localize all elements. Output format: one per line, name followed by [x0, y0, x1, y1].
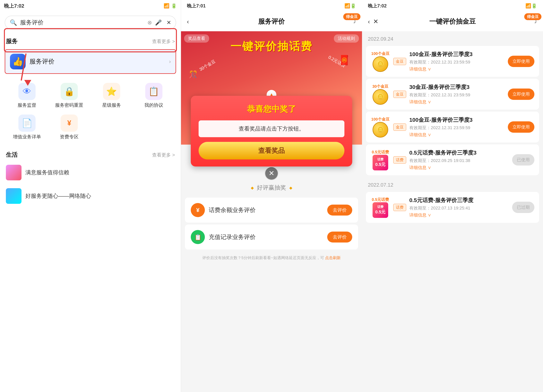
- status-icons-1: 📶 🔋: [164, 3, 177, 9]
- password-icon: 🔒: [61, 83, 78, 100]
- life-item-text-2: 好服务更随心——网络随心: [25, 192, 91, 200]
- life-item-text-1: 满意服务值得信赖: [25, 169, 69, 176]
- service-eval-panel: 晚上7:01 📶🔋 ‹ 服务评价 得金豆 ⤴ 奖品查看 活动规则 一键评价抽话费…: [181, 0, 362, 392]
- service-item-fee[interactable]: ¥ 资费专区: [48, 111, 90, 143]
- prize-qty-3: 100个金豆 🪙: [371, 117, 390, 138]
- prize-name-5: 0.5元话费-服务评价三季度: [409, 196, 509, 204]
- prize-tag-1: 金豆: [393, 58, 406, 65]
- eval-item-1[interactable]: ¥ 话费余额业务评价 去评价: [185, 198, 358, 223]
- service-item-value[interactable]: 📄 增值业务详单: [6, 111, 48, 143]
- confetti-icon: 🎊: [189, 70, 198, 78]
- prize-qty-5: 0.5元话费 话费 0.5元: [371, 197, 390, 218]
- life-item-img-1: [6, 165, 22, 180]
- view-prize-button[interactable]: 查看奖品: [198, 142, 345, 159]
- service-highlight-item[interactable]: 👍 服务评价 ›: [5, 49, 176, 74]
- banner-title: 一键评价抽话费: [181, 39, 362, 54]
- value-label: 增值业务详单: [13, 134, 41, 140]
- wifi-icon-2: 📶🔋: [345, 3, 356, 9]
- status-time-3: 晚上7:02: [368, 3, 387, 9]
- clear-icon[interactable]: ⊗: [147, 19, 152, 26]
- prize-date-1: 2022.09.24: [362, 31, 543, 44]
- prize-detail-2[interactable]: 详细信息 ∨: [409, 99, 505, 105]
- service-item-agreement[interactable]: 📋 我的协议: [133, 80, 175, 111]
- eval-btn-2[interactable]: 去评价: [327, 232, 352, 242]
- prize-qty-text-4: 0.5元话费: [372, 150, 389, 155]
- prize-use-btn-1[interactable]: 立即使用: [508, 56, 534, 67]
- fee-label: 资费专区: [60, 134, 79, 140]
- prize-coin-img-3: 🪙: [373, 122, 388, 138]
- prize-use-btn-3[interactable]: 立即使用: [508, 121, 534, 133]
- status-time-1: 晚上7:02: [4, 3, 24, 9]
- search-bar[interactable]: 🔍 ⊗ 🎤 ✕: [5, 16, 176, 29]
- monitor-icon: 👁: [18, 83, 36, 100]
- service-item-star[interactable]: ⭐ 星级服务: [90, 80, 133, 111]
- prize-detail-5[interactable]: 详细信息 ∨: [409, 212, 509, 218]
- password-label: 服务密码重置: [55, 102, 83, 108]
- search-icon: 🔍: [10, 19, 17, 26]
- prize-expire-4: 有效期至：2022.09.25 19:01:38: [409, 158, 509, 163]
- value-icon: 📄: [18, 114, 36, 132]
- prize-item-1: 100个金豆 🪙 金豆 100金豆-服务评价三季度3 有效期至：2022.12.…: [366, 46, 539, 77]
- eval-text-2: 充值记录业务评价: [209, 233, 323, 241]
- prize-cash-img-4: 话费 0.5元: [373, 155, 388, 170]
- eval-btn-1[interactable]: 去评价: [327, 205, 352, 216]
- prize-popup: 恭喜您中奖了 查看奖品请点击下方按钮。 查看奖品 ✕: [191, 96, 352, 167]
- service-highlight-icon: 👍: [10, 54, 26, 69]
- agreement-label: 我的协议: [144, 102, 163, 108]
- search-input[interactable]: [20, 19, 144, 26]
- prize-detail-1[interactable]: 详细信息 ∨: [409, 66, 505, 72]
- close-popup-button[interactable]: ✕: [265, 167, 278, 180]
- good-review-text: 好评赢抽奖: [257, 184, 286, 192]
- status-bar-1: 晚上7:02 📶 🔋: [0, 0, 181, 12]
- status-bar-3: 晚上7:02 📶🔋: [362, 0, 543, 12]
- eval-item-2[interactable]: 📋 充值记录业务评价 去评价: [185, 224, 358, 250]
- diamond-icon-left: ◆: [251, 185, 254, 190]
- life-section-title: 生活: [6, 151, 17, 159]
- footer-link[interactable]: 点击刷新: [325, 256, 341, 260]
- prize-cash-img-5: 话费 0.5元: [373, 202, 388, 218]
- back-button-2[interactable]: ‹: [187, 18, 189, 25]
- back-button-3[interactable]: ‹: [368, 18, 370, 25]
- gold-bean-badge-2: 得金豆: [343, 13, 360, 20]
- star-icon: ⭐: [103, 83, 120, 100]
- battery-icon: 🔋: [171, 3, 177, 9]
- prize-expire-5: 有效期至：2022.07.13 19:25:41: [409, 205, 509, 211]
- prize-info-2: 30金豆-服务评价三季度3 有效期至：2022.12.31 23:59:59 详…: [409, 84, 505, 105]
- fee-icon: ¥: [61, 114, 78, 132]
- prize-date-2: 2022.07.12: [362, 177, 543, 190]
- gold-bean-badge-3: 得金豆: [524, 13, 541, 20]
- service-highlight-label: 服务评价: [29, 57, 165, 66]
- cancel-button[interactable]: ✕: [167, 19, 171, 26]
- monitor-label: 服务监督: [17, 102, 36, 108]
- wifi-icon-3: 📶🔋: [526, 3, 537, 9]
- prize-tag-3: 金豆: [393, 123, 406, 131]
- prize-info-5: 0.5元话费-服务评价三季度 有效期至：2022.07.13 19:25:41 …: [409, 196, 509, 218]
- prize-item-3: 100个金豆 🪙 金豆 100金豆-服务评价三季度3 有效期至：2022.12.…: [366, 112, 539, 142]
- star-label: 星级服务: [102, 102, 121, 108]
- prize-use-btn-2[interactable]: 立即使用: [508, 89, 534, 100]
- prize-qty-text-3: 100个金豆: [371, 117, 389, 122]
- prize-detail-3[interactable]: 详细信息 ∨: [409, 132, 505, 138]
- red-packet-icon: 🧧: [339, 55, 350, 66]
- life-item-2[interactable]: 好服务更随心——网络随心: [0, 184, 181, 208]
- prize-tag-2: 金豆: [393, 91, 406, 98]
- wheel-label-1: 30个金豆: [198, 58, 217, 72]
- service-item-password[interactable]: 🔒 服务密码重置: [48, 80, 90, 111]
- eval-text-1: 话费余额业务评价: [209, 206, 323, 214]
- prize-qty-4: 0.5元话费 话费 0.5元: [371, 150, 390, 170]
- prize-list-panel: 晚上7:02 📶🔋 ‹ ✕ 一键评价抽金豆 得金豆 ⤴ 2022.09.24 1…: [362, 0, 543, 392]
- service-more-link[interactable]: 查看更多 >: [152, 38, 175, 45]
- life-more-link[interactable]: 查看更多 >: [152, 152, 175, 158]
- prize-item-2: 30个金豆 🪙 金豆 30金豆-服务评价三季度3 有效期至：2022.12.31…: [366, 79, 539, 110]
- life-item-1[interactable]: 满意服务值得信赖: [0, 161, 181, 184]
- panel3-header: ‹ ✕ 一键评价抽金豆 得金豆 ⤴: [362, 12, 543, 31]
- prize-item-4: 0.5元话费 话费 0.5元 话费 0.5元话费-服务评价三季度3 有效期至：2…: [366, 144, 539, 175]
- service-item-monitor[interactable]: 👁 服务监督: [6, 80, 48, 111]
- footer-note: 评价后没有抽奖次数？5分钟后刷新看看~如遇网络延迟页面无反应，可 点击刷新: [181, 252, 362, 264]
- prize-detail-4[interactable]: 详细信息 ∨: [409, 165, 509, 171]
- prize-qty-text-2: 30个金豆: [372, 84, 388, 89]
- mic-icon[interactable]: 🎤: [155, 19, 162, 26]
- close-button-3[interactable]: ✕: [373, 18, 379, 25]
- prize-coin-img-2: 🪙: [373, 89, 388, 105]
- service-grid: 👁 服务监督 🔒 服务密码重置 ⭐ 星级服务 📋 我的协议 📄 增值业务详单 ¥…: [0, 76, 181, 147]
